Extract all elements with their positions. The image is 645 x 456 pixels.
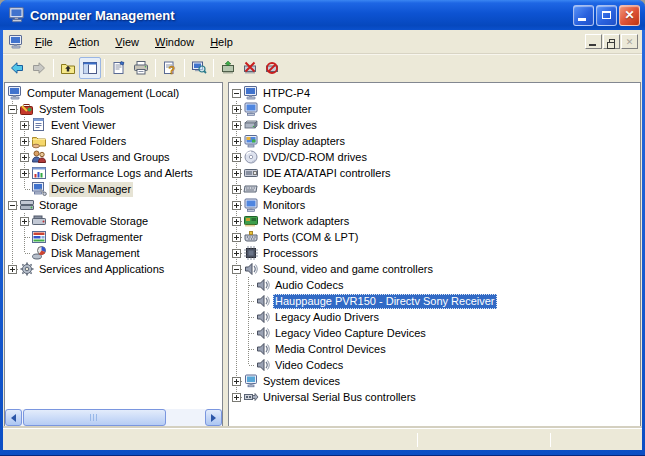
print-button[interactable] xyxy=(130,57,152,79)
tree-item-event-viewer[interactable]: Event Viewer xyxy=(7,117,222,133)
tree-item-label[interactable]: Device Manager xyxy=(49,182,133,197)
tree-item-services-and-applications[interactable]: Services and Applications xyxy=(7,261,222,277)
tree-item-label[interactable]: Network adapters xyxy=(261,214,351,229)
tree-item-video-codecs[interactable]: Video Codecs xyxy=(231,357,640,373)
horizontal-scrollbar[interactable] xyxy=(5,409,222,426)
tree-item-label[interactable]: Media Control Devices xyxy=(273,342,388,357)
forward-button[interactable] xyxy=(28,57,50,79)
expander-icon[interactable] xyxy=(20,217,29,226)
tree-item-shared-folders[interactable]: Shared Folders xyxy=(7,133,222,149)
tree-item-label[interactable]: Event Viewer xyxy=(49,118,118,133)
mdi-restore-button[interactable] xyxy=(603,34,620,49)
uninstall-button[interactable] xyxy=(239,57,261,79)
menu-view[interactable]: View xyxy=(107,33,147,51)
tree-item-label[interactable]: Local Users and Groups xyxy=(49,150,172,165)
tree-item-label[interactable]: Hauppauge PVR150 - Directv Sony Receiver xyxy=(273,294,497,309)
tree-item-label[interactable]: Shared Folders xyxy=(49,134,128,149)
tree-item-device-manager[interactable]: Device Manager xyxy=(7,181,222,197)
tree-item-legacy-video-capture-devices[interactable]: Legacy Video Capture Devices xyxy=(231,325,640,341)
tree-item-htpc-p4[interactable]: HTPC-P4 xyxy=(231,85,640,101)
close-button[interactable]: ✕ xyxy=(619,5,640,26)
help-button[interactable]: ? xyxy=(159,57,181,79)
expander-icon[interactable] xyxy=(20,121,29,130)
update-driver-button[interactable] xyxy=(217,57,239,79)
tree-item-universal-serial-bus-controllers[interactable]: Universal Serial Bus controllers xyxy=(231,389,640,405)
menu-window[interactable]: Window xyxy=(147,33,202,51)
up-one-level-button[interactable] xyxy=(57,57,79,79)
tree-item-performance-logs-and-alerts[interactable]: Performance Logs and Alerts xyxy=(7,165,222,181)
mdi-close-button[interactable]: ✕ xyxy=(621,34,638,49)
tree-item-system-devices[interactable]: System devices xyxy=(231,373,640,389)
tree-item-label[interactable]: Services and Applications xyxy=(37,262,166,277)
back-button[interactable] xyxy=(6,57,28,79)
tree-item-computer[interactable]: Computer xyxy=(231,101,640,117)
tree-item-ide-ata-atapi-controllers[interactable]: IDE ATA/ATAPI controllers xyxy=(231,165,640,181)
expander-icon[interactable] xyxy=(232,201,241,210)
tree-item-removable-storage[interactable]: Removable Storage xyxy=(7,213,222,229)
tree-item-audio-codecs[interactable]: Audio Codecs xyxy=(231,277,640,293)
tree-item-label[interactable]: Computer xyxy=(261,102,313,117)
tree-item-system-tools[interactable]: System Tools xyxy=(7,101,222,117)
tree-item-label[interactable]: Processors xyxy=(261,246,320,261)
tree-item-label[interactable]: Performance Logs and Alerts xyxy=(49,166,195,181)
tree-item-disk-defragmenter[interactable]: Disk Defragmenter xyxy=(7,229,222,245)
expander-icon[interactable] xyxy=(232,377,241,386)
tree-item-sound-video-and-game-controllers[interactable]: Sound, video and game controllers xyxy=(231,261,640,277)
titlebar[interactable]: Computer Management ✕ xyxy=(0,0,645,30)
tree-item-label[interactable]: Disk Management xyxy=(49,246,142,261)
tree-item-label[interactable]: Display adapters xyxy=(261,134,347,149)
tree-item-label[interactable]: Audio Codecs xyxy=(273,278,346,293)
expander-icon[interactable] xyxy=(232,265,241,274)
expander-icon[interactable] xyxy=(232,169,241,178)
tree-item-legacy-audio-drivers[interactable]: Legacy Audio Drivers xyxy=(231,309,640,325)
menu-file[interactable]: File xyxy=(27,33,61,51)
tree-item-label[interactable]: Removable Storage xyxy=(49,214,150,229)
tree-item-display-adapters[interactable]: Display adapters xyxy=(231,133,640,149)
tree-item-label[interactable]: Computer Management (Local) xyxy=(25,86,181,101)
expander-icon[interactable] xyxy=(232,153,241,162)
menu-help[interactable]: Help xyxy=(202,33,241,51)
tree-item-label[interactable]: Video Codecs xyxy=(273,358,345,373)
expander-icon[interactable] xyxy=(232,249,241,258)
expander-icon[interactable] xyxy=(232,121,241,130)
tree-item-label[interactable]: Disk Defragmenter xyxy=(49,230,145,245)
expander-icon[interactable] xyxy=(20,169,29,178)
tree-item-keyboards[interactable]: Keyboards xyxy=(231,181,640,197)
tree-item-monitors[interactable]: Monitors xyxy=(231,197,640,213)
expander-icon[interactable] xyxy=(232,89,241,98)
tree-item-label[interactable]: Legacy Audio Drivers xyxy=(273,310,381,325)
expander-icon[interactable] xyxy=(232,137,241,146)
tree-item-ports-com-lpt[interactable]: Ports (COM & LPT) xyxy=(231,229,640,245)
expander-icon[interactable] xyxy=(20,153,29,162)
tree-item-hauppauge-pvr150-directv-sony-receiver[interactable]: Hauppauge PVR150 - Directv Sony Receiver xyxy=(231,293,640,309)
tree-item-label[interactable]: DVD/CD-ROM drives xyxy=(261,150,369,165)
tree-item-dvd-cd-rom-drives[interactable]: DVD/CD-ROM drives xyxy=(231,149,640,165)
tree-item-processors[interactable]: Processors xyxy=(231,245,640,261)
tree-item-disk-drives[interactable]: Disk drives xyxy=(231,117,640,133)
tree-item-label[interactable]: HTPC-P4 xyxy=(261,86,312,101)
tree-item-network-adapters[interactable]: Network adapters xyxy=(231,213,640,229)
tree-item-label[interactable]: Ports (COM & LPT) xyxy=(261,230,360,245)
scroll-left-button[interactable] xyxy=(5,409,22,426)
scrollbar-track[interactable] xyxy=(22,409,205,426)
tree-item-label[interactable]: Disk drives xyxy=(261,118,319,133)
tree-item-disk-management[interactable]: Disk Management xyxy=(7,245,222,261)
menu-action[interactable]: Action xyxy=(61,33,108,51)
tree-item-label[interactable]: Universal Serial Bus controllers xyxy=(261,390,418,405)
maximize-button[interactable] xyxy=(596,5,617,26)
tree-item-label[interactable]: Keyboards xyxy=(261,182,318,197)
expander-icon[interactable] xyxy=(8,265,17,274)
tree-item-label[interactable]: Monitors xyxy=(261,198,307,213)
tree-item-label[interactable]: System devices xyxy=(261,374,342,389)
tree-item-label[interactable]: Sound, video and game controllers xyxy=(261,262,435,277)
properties-button[interactable] xyxy=(108,57,130,79)
tree-item-computer-management-local[interactable]: Computer Management (Local) xyxy=(7,85,222,101)
expander-icon[interactable] xyxy=(232,233,241,242)
tree-item-media-control-devices[interactable]: Media Control Devices xyxy=(231,341,640,357)
expander-icon[interactable] xyxy=(232,185,241,194)
expander-icon[interactable] xyxy=(8,105,17,114)
expander-icon[interactable] xyxy=(232,217,241,226)
expander-icon[interactable] xyxy=(232,393,241,402)
expander-icon[interactable] xyxy=(8,201,17,210)
disable-button[interactable] xyxy=(261,57,283,79)
